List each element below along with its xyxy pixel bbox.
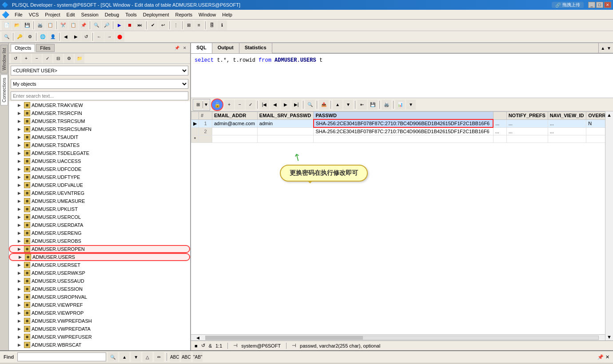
filter-icon[interactable]: ⊟ <box>53 54 63 63</box>
menu-reports[interactable]: Reports <box>173 11 195 18</box>
email-srv-cell[interactable] <box>257 127 314 135</box>
menu-project[interactable]: Project <box>42 11 63 18</box>
tree-item[interactable]: ▶ ▦ ADMUSER.USERCOL <box>9 213 190 221</box>
passwd-cell-2[interactable]: SHA-256:2CE3041BF078F87C:2710:7BC4D906BE… <box>314 127 493 135</box>
find-down-btn[interactable]: ▼ <box>131 352 141 362</box>
new-row-cell[interactable] <box>257 135 314 143</box>
search-tb-btn[interactable]: 🔍 <box>2 32 12 42</box>
commit-btn[interactable]: ✔ <box>148 20 158 30</box>
grid-view-btn[interactable]: ⊞ <box>194 100 203 110</box>
nav-btn[interactable]: ◀ <box>61 32 71 42</box>
files-tab[interactable]: Files <box>36 44 54 52</box>
tree-item[interactable]: ▶ ▦ ADMUSER.UACCESS <box>9 157 190 165</box>
red-stop[interactable]: ⬤ <box>115 32 124 42</box>
search-data-btn[interactable]: 🔍 <box>305 100 315 110</box>
find-abc-btn[interactable]: ABC <box>170 352 179 362</box>
tree-item[interactable]: ▶ ▦ ADMUSER.USESSION <box>9 285 190 293</box>
rollback-btn[interactable]: ↩ <box>158 20 168 30</box>
connections-tab[interactable]: Connections <box>0 75 8 106</box>
col-passwd[interactable]: PASSWD <box>314 112 493 120</box>
stop-btn[interactable]: ⏹ <box>125 20 135 30</box>
save-data-btn[interactable]: 💾 <box>368 100 378 110</box>
print-data-btn[interactable]: 🖨️ <box>382 100 391 110</box>
dropdown-btn[interactable]: ▼ <box>203 100 209 110</box>
tree-item-useropen[interactable]: ▶ ▦ ADMUSER.USEROPEN <box>9 245 190 253</box>
menu-tools[interactable]: Tools <box>123 11 139 18</box>
tree-item[interactable]: ▶ ▦ ADMUSER.UPKLIST <box>9 205 190 213</box>
list-btn[interactable]: ≡ <box>194 20 204 30</box>
obj-btn[interactable]: 🔑 <box>15 32 24 42</box>
passwd-cell[interactable]: SHA-256:2CE3041BF078F87C:2710:7BC4D906BE… <box>314 119 493 127</box>
menu-debug[interactable]: Debug <box>102 11 122 18</box>
tree-item[interactable]: ▶ ▦ ADMUSER.UDFCODE <box>9 165 190 173</box>
window-list-tab[interactable]: Window list <box>0 45 8 74</box>
tree-item[interactable]: ▶ ▦ ADMUSER.VWPREFDASH <box>9 317 190 325</box>
arrow-l[interactable]: ← <box>94 32 104 42</box>
new-row-cell[interactable] <box>548 135 586 143</box>
nav2-btn[interactable]: ▶ <box>71 32 81 42</box>
find2-btn[interactable]: 🔎 <box>102 20 111 30</box>
tree-item[interactable]: ▶ ▦ ADMUSER.VWPREFDATA <box>9 325 190 333</box>
save-btn[interactable]: 💾 <box>22 20 32 30</box>
up-btn[interactable]: ▲ <box>333 100 342 110</box>
tree-item[interactable]: ▶ ▦ ADMUSER.UMEASURE <box>9 197 190 205</box>
scroll-down-btn[interactable]: ▼ <box>605 333 613 340</box>
connect-lock-btn[interactable]: 🔒 <box>211 99 223 111</box>
notify-cell[interactable]: ... <box>506 119 548 127</box>
objects-tab[interactable]: Objects <box>11 44 35 52</box>
print-btn[interactable]: 🖨️ <box>35 20 45 30</box>
tree-item[interactable]: ▶ ▦ ADMUSER.TSDELEGATE <box>9 149 190 157</box>
find-search-btn[interactable]: 🔍 <box>108 352 118 362</box>
find-quote-btn[interactable]: "AB" <box>193 352 203 362</box>
menu-edit[interactable]: Edit <box>64 11 78 18</box>
config-btn[interactable]: ⚙ <box>25 32 35 42</box>
find-up-btn[interactable]: ▲ <box>119 352 129 362</box>
find-input[interactable] <box>17 352 106 361</box>
new-row-cell[interactable] <box>212 135 258 143</box>
email-srv-cell[interactable]: admin <box>257 119 314 127</box>
delete-row-btn[interactable]: − <box>235 100 245 110</box>
minus-icon[interactable]: − <box>32 54 42 63</box>
tree-item[interactable]: ▶ ▦ ADMUSER.USROPNVAL <box>9 293 190 301</box>
step-btn[interactable]: ⏭ <box>135 20 145 30</box>
close-sidebar-icon[interactable]: ✕ <box>181 44 188 51</box>
next-rec-btn[interactable]: ▶ <box>281 100 291 110</box>
info-btn[interactable]: ℹ <box>217 20 227 30</box>
save-row-btn[interactable]: ✓ <box>246 100 255 110</box>
menu-deployment[interactable]: Deployment <box>140 11 172 18</box>
upload-btn[interactable]: 🔗 拖拽上传 <box>552 2 584 8</box>
browser-btn[interactable]: 🌐 <box>38 32 48 42</box>
search-input[interactable] <box>11 91 188 100</box>
email-addr-cell[interactable]: admin@acme.com <box>212 119 258 127</box>
scroll-down-icon[interactable]: ▼ <box>607 46 611 51</box>
scroll-up-btn[interactable]: ▲ <box>605 111 613 119</box>
tree-item[interactable]: ▶ ▦ ADMUSER.VWPREFUSER <box>9 333 190 341</box>
find-all-btn[interactable]: △ <box>143 352 152 362</box>
run-btn[interactable]: ▶ <box>115 20 124 30</box>
sql-editor[interactable]: select t.*, t.rowid from ADMUSER.USERS t <box>191 54 613 98</box>
menu-vcs[interactable]: VCS <box>26 11 42 18</box>
sql-tab-output[interactable]: Output <box>212 43 239 53</box>
tree-item[interactable]: ▶ ▦ ADMUSER.TRAKVIEW <box>9 101 190 109</box>
tree-item[interactable]: ▶ ▦ ADMUSER.USERSET <box>9 261 190 269</box>
new-row-cell[interactable] <box>506 135 548 143</box>
user-btn[interactable]: 👤 <box>48 32 58 42</box>
export-btn[interactable]: 📤 <box>319 100 329 110</box>
maximize-btn[interactable]: □ <box>596 2 603 8</box>
table-row[interactable]: ▶ 1 admin@acme.com admin SHA-256:2CE3041… <box>191 119 613 127</box>
minimize-btn[interactable]: _ <box>588 2 595 8</box>
tree-item[interactable]: ▶ ▦ ADMUSER.UDFTYPE <box>9 173 190 181</box>
find-abc2-btn[interactable]: ABC <box>181 352 191 362</box>
col-notify-prefs[interactable]: NOTIFY_PREFS <box>506 112 548 120</box>
add-row-btn[interactable]: + <box>224 100 234 110</box>
new-btn[interactable]: 📄 <box>2 20 12 30</box>
db-btn[interactable]: 🗄 <box>207 20 217 30</box>
down-btn[interactable]: ▼ <box>343 100 353 110</box>
tree-item[interactable]: ▶ ▦ ADMUSER.TRSRCFIN <box>9 109 190 117</box>
tree-item-users[interactable]: ▶ ▦ ADMUSER.USERS <box>9 253 190 261</box>
cut-btn[interactable]: ✂️ <box>58 20 68 30</box>
chart-btn[interactable]: 📊 <box>395 100 405 110</box>
notify-cell[interactable]: ... <box>506 127 548 135</box>
menu-window[interactable]: Window <box>196 11 219 18</box>
copy-btn[interactable]: 📋 <box>68 20 78 30</box>
